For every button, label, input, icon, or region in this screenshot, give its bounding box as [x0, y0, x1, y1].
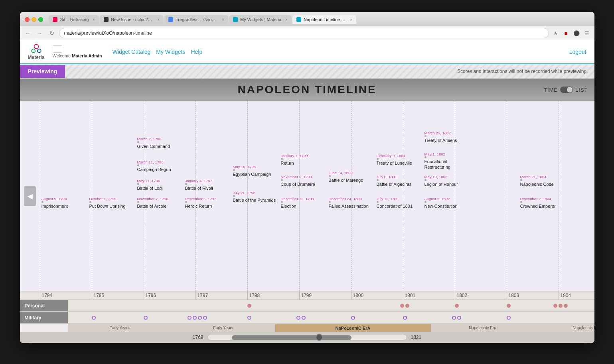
event-date: October 1, 1795 — [89, 197, 135, 201]
scrubber-start: 1769 — [193, 334, 203, 340]
view-toggle[interactable]: TIME LIST — [544, 87, 588, 93]
browser-tab-napoleon[interactable]: Napoleon Timeline Timelin…× — [292, 15, 356, 24]
tab-label-mywidgets: My Widgets | Materia — [240, 17, 281, 22]
event-title: Educational Restructuring — [424, 159, 470, 170]
event-item[interactable]: December 12, 1799Election — [281, 197, 326, 209]
events-col-2: March 2, 1796Given CommandMarch 11, 1796… — [136, 101, 184, 291]
event-item[interactable]: November 7, 1796Battle of Arcole — [137, 197, 183, 209]
category-col-0 — [68, 316, 120, 320]
address-bar[interactable] — [59, 28, 549, 38]
event-title: Napoleonic Code — [520, 181, 566, 187]
event-dot — [377, 158, 379, 160]
category-dot — [403, 316, 407, 320]
category-dot — [193, 316, 197, 320]
tab-favicon-git — [53, 17, 57, 22]
scrubber: 1769 1821 — [20, 332, 594, 343]
event-title: Treaty of Luneville — [377, 160, 422, 166]
my-widgets-link[interactable]: My Widgets — [156, 49, 185, 55]
help-link[interactable]: Help — [191, 49, 202, 55]
era-napoleonic-2: Napoleonic Era — [431, 324, 535, 332]
event-item[interactable]: May 19, 1798Egyptian Campaign — [233, 165, 278, 177]
tab-close-newissue[interactable]: × — [157, 18, 160, 22]
event-item[interactable]: December 24, 1800Failed Assassination — [329, 197, 374, 209]
event-item[interactable]: June 14, 1800Battle of Marengo — [329, 171, 374, 183]
event-date: March 11, 1796 — [137, 160, 183, 164]
events-col-3: January 4, 1797Battle of RivoliDecember … — [184, 101, 231, 291]
event-item[interactable]: May 11, 1796Battle of Lodi — [137, 179, 183, 191]
category-label: Military — [20, 312, 68, 323]
tab-close-git[interactable]: × — [93, 18, 95, 22]
widget-catalog-link[interactable]: Widget Catalog — [113, 49, 151, 55]
year-label-0: 1794 — [40, 291, 92, 299]
browser-tab-google[interactable]: irregardless – Google Sear…× — [164, 15, 228, 24]
year-label-4: 1798 — [247, 291, 299, 299]
event-title: Concordat of 1801 — [377, 203, 422, 209]
category-dot — [302, 316, 306, 320]
event-item[interactable]: February 9, 1801Treaty of Luneville — [377, 153, 422, 166]
maximize-button[interactable] — [38, 17, 43, 22]
event-item[interactable]: January 4, 1797Battle of Rivoli — [185, 179, 231, 191]
scrubber-handle[interactable] — [316, 334, 323, 341]
events-col-8: March 25, 1802Treaty of AmiensMay 1, 180… — [423, 101, 471, 291]
category-col-6 — [379, 304, 431, 308]
event-date: August 9, 1794 — [41, 197, 87, 201]
year-label-8: 1802 — [455, 291, 507, 299]
tab-label-napoleon: Napoleon Timeline Timelin… — [304, 17, 346, 22]
event-item[interactable]: August 2, 1802New Constitution — [424, 197, 470, 209]
event-dot — [137, 164, 139, 166]
tab-close-napoleon[interactable]: × — [350, 18, 352, 22]
event-dot — [137, 201, 139, 203]
category-col-8 — [483, 316, 535, 320]
event-date: November 9, 1799 — [281, 175, 326, 179]
browser-tab-mywidgets[interactable]: My Widgets | Materia× — [229, 15, 292, 24]
event-item[interactable]: November 9, 1799Coup of Brumaire — [281, 175, 326, 187]
event-item[interactable]: July 21, 1798Battle of the Pyramids — [233, 191, 278, 203]
event-item[interactable]: March 2, 1796Given Command — [137, 137, 183, 149]
event-item[interactable]: December 2, 1804Crowned Emperor — [520, 197, 566, 209]
category-dot — [405, 304, 409, 308]
tab-close-mywidgets[interactable]: × — [285, 18, 288, 22]
year-label-3: 1797 — [195, 291, 247, 299]
event-item[interactable]: May 19, 1802Legion of Honour — [424, 175, 470, 187]
category-col-9 — [535, 316, 586, 320]
event-title: Crowned Emperor — [520, 203, 566, 209]
category-col-8 — [483, 304, 535, 308]
scrubber-track[interactable] — [207, 334, 407, 340]
event-item[interactable]: January 1, 1799Return — [281, 153, 326, 166]
event-item[interactable]: July 15, 1801Concordat of 1801 — [377, 197, 422, 209]
event-item[interactable]: December 5, 1797Heroic Return — [185, 197, 231, 209]
prev-arrow[interactable]: ◀ — [24, 186, 36, 206]
tab-close-google[interactable]: × — [222, 18, 224, 22]
refresh-button[interactable]: ↻ — [47, 28, 57, 38]
welcome-text: Welcome Materia Admin — [53, 53, 102, 58]
materia-logo-icon — [29, 43, 43, 55]
browser-tab-newissue[interactable]: New Issue · ucfcdl/Materia× — [100, 15, 164, 24]
event-item[interactable]: March 11, 1796Campaign Begun — [137, 160, 183, 172]
minimize-button[interactable] — [32, 17, 36, 22]
event-item[interactable]: October 1, 1795Put Down Uprising — [89, 197, 135, 209]
event-item[interactable]: August 9, 1794Imprisonment — [41, 197, 87, 209]
bookmark-icon[interactable]: ★ — [551, 29, 560, 37]
forward-button[interactable]: → — [35, 28, 45, 38]
event-item[interactable]: March 25, 1802Treaty of Amiens — [424, 131, 470, 143]
back-button[interactable]: ← — [23, 28, 33, 38]
category-dot — [92, 316, 96, 320]
event-item[interactable]: March 21, 1804Napoleonic Code — [520, 175, 566, 187]
year-label-2: 1796 — [144, 291, 195, 299]
event-dot — [424, 179, 426, 181]
materia-logo[interactable]: Materia — [28, 43, 45, 60]
event-item[interactable]: July 8, 1801Battle of Algeciras — [377, 175, 422, 187]
time-label: TIME — [544, 87, 558, 93]
logout-link[interactable]: Logout — [569, 49, 586, 55]
event-title: Battle of Marengo — [329, 177, 374, 183]
event-title: Legion of Honour — [424, 181, 470, 187]
browser-tab-git[interactable]: Git – Rebasing× — [49, 15, 99, 24]
tab-favicon-napoleon — [296, 17, 301, 22]
event-title: Return — [281, 160, 326, 166]
close-button[interactable] — [25, 17, 30, 22]
event-title: New Constitution — [424, 203, 470, 209]
toggle-switch[interactable] — [560, 87, 573, 93]
event-item[interactable]: May 1, 1802Educational Restructuring — [424, 152, 470, 170]
menu-icon[interactable]: ☰ — [582, 29, 591, 37]
era-early-2: Early Years — [172, 324, 275, 332]
